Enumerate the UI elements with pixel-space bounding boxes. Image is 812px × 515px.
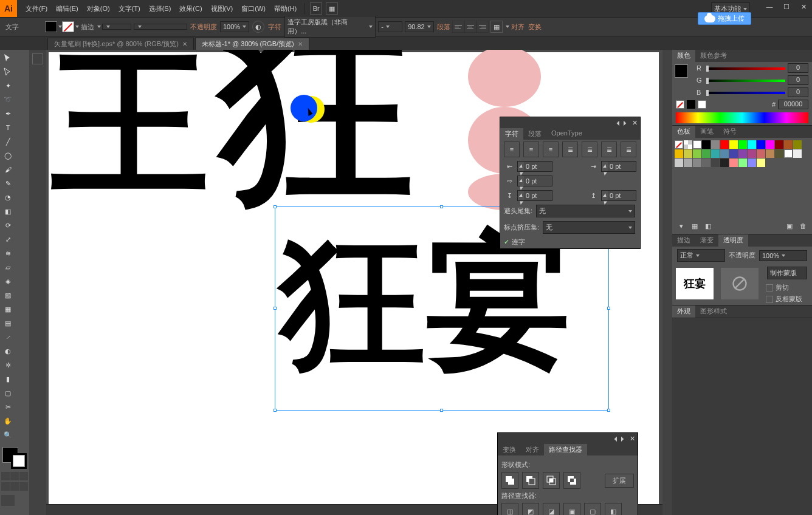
tab-doc2[interactable]: 未标题-1* @ 300% (RGB/预览)✕	[195, 38, 309, 50]
scale-tool[interactable]: ⤢	[1, 233, 15, 246]
g-value[interactable]: 0	[788, 75, 808, 85]
indent-right-input[interactable]: ▴▾0 pt	[601, 161, 636, 172]
fill-stroke-widget[interactable]	[1, 446, 28, 470]
selection-tool[interactable]	[1, 51, 15, 64]
menu-window[interactable]: 窗口(W)	[238, 2, 269, 16]
line-tool[interactable]: ╱	[1, 135, 15, 148]
stroke-profile[interactable]	[134, 24, 187, 30]
direct-selection-tool[interactable]	[1, 65, 15, 78]
free-transform-tool[interactable]: ▱	[1, 261, 15, 274]
swatch-grid[interactable]	[672, 138, 812, 169]
pathfinder-panel[interactable]: ⏴⏵✕ 变换 对齐 路径查找器 形状模式: 扩展 路径查找器: ◫ ◩ ◪ ▣ …	[497, 432, 638, 515]
align-panel-icon[interactable]: ▦	[490, 21, 503, 33]
menu-type[interactable]: 文字(T)	[115, 2, 144, 16]
magic-wand-tool[interactable]: ✦	[1, 79, 15, 92]
eyedropper-tool[interactable]: ⟋	[1, 330, 15, 344]
first-line-input[interactable]: ▴▾0 pt	[517, 176, 552, 186]
tab-doc1[interactable]: 矢量笔刷 [转换].eps* @ 800% (RGB/预览)✕	[47, 38, 194, 50]
color-mode-buttons[interactable]	[1, 472, 28, 480]
g-slider[interactable]	[706, 77, 785, 83]
hand-tool[interactable]: ✋	[1, 414, 15, 428]
panel-close-icon[interactable]: ✕	[632, 119, 638, 127]
intersect-button[interactable]	[543, 472, 560, 489]
tab-color[interactable]: 颜色	[672, 50, 695, 62]
spectrum-bar[interactable]	[676, 112, 808, 123]
justify-a-btn[interactable]: ≣	[621, 142, 636, 157]
screen-mode-button[interactable]	[1, 495, 28, 506]
clip-check[interactable]	[766, 284, 773, 292]
menu-view[interactable]: 视图(V)	[207, 2, 237, 16]
b-value[interactable]: 0	[788, 87, 808, 97]
close-icon[interactable]: ✕	[795, 0, 812, 13]
vertical-scrollbar[interactable]	[662, 50, 672, 515]
symbol-sprayer-tool[interactable]: ✲	[1, 358, 15, 372]
font-family[interactable]: 造字工房版黑（非商用）...	[284, 16, 376, 38]
opacity-input[interactable]: 100%	[220, 21, 249, 32]
pencil-tool[interactable]: ✎	[1, 177, 15, 190]
b-slider[interactable]	[706, 89, 785, 95]
exclude-button[interactable]	[563, 472, 580, 489]
make-mask-button[interactable]: 制作蒙版	[767, 267, 807, 279]
menu-select[interactable]: 选择(S)	[145, 2, 175, 16]
tab-swatches[interactable]: 色板	[672, 126, 695, 138]
ellipse-tool[interactable]: ◯	[1, 149, 15, 162]
tab-color-guide[interactable]: 颜色参考	[695, 50, 732, 62]
mask-thumb[interactable]	[721, 268, 759, 299]
cloud-upload-button[interactable]: 拖拽上传	[698, 12, 751, 25]
crop-button[interactable]: ▣	[563, 503, 580, 515]
opacity-value[interactable]: 100%	[759, 250, 807, 261]
opacity-label[interactable]: 不透明度	[190, 22, 217, 32]
outline-button[interactable]: ▢	[584, 503, 601, 515]
blend-tool[interactable]: ◐	[1, 344, 15, 358]
perspective-tool[interactable]: ▨	[1, 288, 15, 302]
menu-object[interactable]: 对象(O)	[83, 2, 114, 16]
tab-pathfinder[interactable]: 路径查找器	[544, 444, 587, 455]
align-r-btn[interactable]: ≡	[543, 142, 559, 157]
tab-align[interactable]: 对齐	[521, 444, 544, 455]
type-tool[interactable]: T	[1, 121, 15, 134]
artboard-tool[interactable]: ▢	[1, 386, 15, 400]
character-panel[interactable]: ⏴⏵✕ 字符 段落 OpenType ≡ ≡ ≡ ≣ ≣ ≣ ≣ ⇤ ▴▾0 p…	[500, 117, 641, 249]
eraser-tool[interactable]: ◧	[1, 205, 15, 218]
tab-graphic-styles[interactable]: 图形样式	[695, 305, 732, 318]
tab-symbols[interactable]: 符号	[718, 126, 741, 138]
color-fill-swatch[interactable]	[675, 64, 688, 78]
align-left-button[interactable]	[452, 21, 464, 33]
hex-input[interactable]: 00000	[778, 100, 808, 109]
pen-tool[interactable]: ✒	[1, 107, 15, 120]
bridge-icon[interactable]: Br	[310, 2, 322, 15]
zoom-tool[interactable]: 🔍	[1, 428, 15, 442]
kinsoku-select[interactable]: 无	[536, 205, 635, 217]
lasso-tool[interactable]: ➰	[1, 93, 15, 106]
minimize-icon[interactable]: —	[761, 0, 778, 13]
draw-mode-buttons[interactable]	[1, 482, 28, 491]
blob-brush-tool[interactable]: ◔	[1, 191, 15, 204]
minus-back-button[interactable]: ◧	[605, 503, 622, 515]
expand-button[interactable]: 扩展	[605, 474, 634, 488]
mesh-tool[interactable]: ▦	[1, 302, 15, 316]
collapsed-panels-left[interactable]	[29, 50, 46, 515]
tab-stroke[interactable]: 描边	[672, 234, 695, 247]
tab-gradient[interactable]: 渐变	[695, 234, 718, 247]
transform-label[interactable]: 变换	[528, 22, 542, 32]
paintbrush-tool[interactable]: 🖌	[1, 163, 15, 176]
space-after-input[interactable]: ▴▾0 pt	[601, 190, 636, 201]
blend-mode[interactable]: 正常	[677, 249, 725, 262]
slice-tool[interactable]: ✂	[1, 400, 15, 414]
stroke-swatch[interactable]	[62, 21, 74, 32]
font-style[interactable]: -	[378, 21, 402, 32]
maximize-icon[interactable]: ☐	[778, 0, 795, 13]
menu-edit[interactable]: 编辑(E)	[52, 2, 82, 16]
tab-close-icon[interactable]: ✕	[182, 41, 187, 47]
minus-front-button[interactable]	[522, 472, 539, 489]
panel-collapse-icon[interactable]: ⏴⏵	[615, 119, 628, 126]
font-size[interactable]: 90.82	[405, 21, 434, 32]
unite-button[interactable]	[501, 472, 518, 489]
tab-paragraph[interactable]: 段落	[523, 128, 546, 140]
tab-appearance[interactable]: 外观	[672, 305, 695, 318]
r-value[interactable]: 0	[788, 63, 808, 73]
recolor-icon[interactable]: ◐	[252, 21, 264, 33]
trim-button[interactable]: ◩	[522, 503, 539, 515]
panel-close-icon[interactable]: ✕	[630, 435, 635, 443]
tab-transparency[interactable]: 透明度	[718, 234, 748, 247]
